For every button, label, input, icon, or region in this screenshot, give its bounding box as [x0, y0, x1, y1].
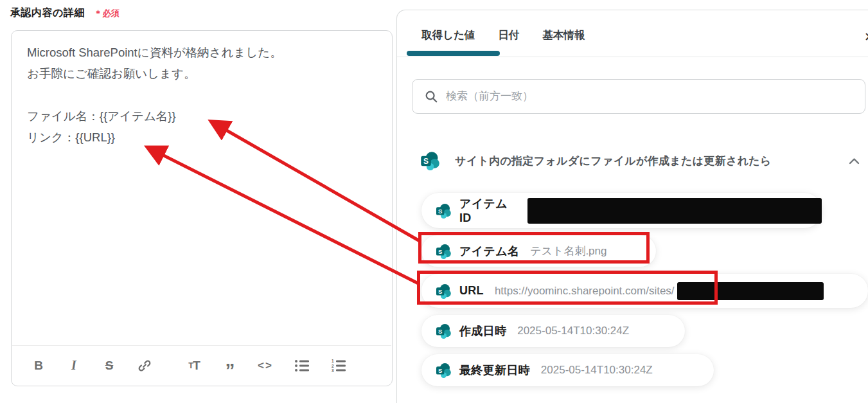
- editor-line: ファイル名：{{アイテム名}}: [27, 105, 382, 127]
- chip-label: アイテムID: [459, 196, 517, 225]
- search-icon: [424, 89, 438, 103]
- value-chip-list: アイテムID アイテム名 テスト名刺.png URL https://yoomi…: [421, 193, 868, 386]
- value-chip-url[interactable]: URL https://yoominc.sharepoint.com/sites…: [421, 274, 868, 308]
- sharepoint-icon: [436, 363, 451, 378]
- sharepoint-icon: [436, 244, 451, 259]
- editor-line: お手隙にご確認お願いします。: [27, 63, 382, 84]
- field-title: 承認内容の詳細: [10, 6, 85, 20]
- text-size-button[interactable]: TT: [187, 357, 201, 375]
- chip-label: URL: [459, 284, 484, 298]
- bullet-list-icon: [294, 359, 310, 373]
- code-button[interactable]: <>: [258, 357, 273, 375]
- rich-text-editor[interactable]: Microsoft SharePointに資料が格納されました。 お手隙にご確認…: [11, 30, 393, 386]
- tab-retrieved-values[interactable]: 取得した値: [421, 28, 475, 51]
- numbered-list-icon: 1 2 3: [331, 359, 346, 373]
- bullet-list-button[interactable]: [294, 357, 310, 375]
- search-input[interactable]: [446, 90, 793, 103]
- redacted-value: [677, 282, 824, 300]
- svg-text:3: 3: [332, 368, 334, 372]
- close-icon[interactable]: ✕: [864, 30, 868, 44]
- required-badge: ＊必須: [94, 8, 120, 19]
- sharepoint-icon: [436, 323, 451, 339]
- sharepoint-icon: [436, 203, 451, 219]
- trigger-label: サイト内の指定フォルダにファイルが作成または更新されたら: [455, 154, 772, 168]
- page: 承認内容の詳細 ＊必須 Microsoft SharePointに資料が格納され…: [0, 0, 868, 403]
- link-button[interactable]: [137, 357, 152, 375]
- sharepoint-icon: [420, 151, 439, 170]
- svg-text:1: 1: [332, 359, 334, 363]
- chip-label: 作成日時: [459, 323, 506, 339]
- tab-date[interactable]: 日付: [498, 28, 519, 51]
- tab-basic-info[interactable]: 基本情報: [542, 28, 585, 51]
- value-chip-item-id[interactable]: アイテムID: [421, 193, 822, 228]
- value-chip-updated-at[interactable]: 最終更新日時 2025-05-14T10:30:24Z: [421, 354, 714, 386]
- value-chip-item-name[interactable]: アイテム名 テスト名刺.png: [421, 235, 656, 267]
- svg-text:2: 2: [332, 363, 334, 368]
- value-chip-created-at[interactable]: 作成日時 2025-05-14T10:30:24Z: [421, 315, 685, 347]
- chip-label: アイテム名: [459, 244, 519, 259]
- chip-value: https://yoominc.sharepoint.com/sites/: [495, 285, 675, 298]
- quote-button[interactable]: ”: [222, 357, 236, 375]
- strikethrough-button[interactable]: S: [102, 357, 116, 375]
- redacted-value: [527, 198, 822, 224]
- chevron-up-icon[interactable]: [849, 157, 860, 165]
- link-icon: [137, 359, 152, 373]
- editor-line: Microsoft SharePointに資料が格納されました。: [27, 42, 382, 63]
- chip-value: テスト名刺.png: [530, 244, 607, 258]
- panel-tabs: 取得した値 日付 基本情報: [421, 28, 585, 51]
- trigger-header[interactable]: サイト内の指定フォルダにファイルが作成または更新されたら: [420, 151, 860, 170]
- chip-value: 2025-05-14T10:30:24Z: [517, 325, 629, 337]
- value-search[interactable]: [412, 79, 865, 114]
- italic-button[interactable]: I: [67, 357, 81, 375]
- retrieved-values-panel: 取得した値 日付 基本情報 ✕ サイト内の指定フォルダにファイルが作成または更新…: [396, 10, 868, 403]
- chip-value: 2025-05-14T10:30:24Z: [541, 364, 653, 377]
- active-tab-underline: [407, 51, 500, 56]
- bold-button[interactable]: B: [31, 357, 46, 375]
- tabs-divider: [397, 57, 868, 57]
- editor-toolbar: B I S TT ” <>: [12, 345, 391, 385]
- editor-line: [27, 84, 382, 105]
- editor-content[interactable]: Microsoft SharePointに資料が格納されました。 お手隙にご確認…: [27, 42, 382, 148]
- numbered-list-button[interactable]: 1 2 3: [331, 357, 346, 375]
- chip-label: 最終更新日時: [459, 363, 530, 378]
- editor-line: リンク：{{URL}}: [27, 127, 382, 148]
- sharepoint-icon: [436, 283, 451, 299]
